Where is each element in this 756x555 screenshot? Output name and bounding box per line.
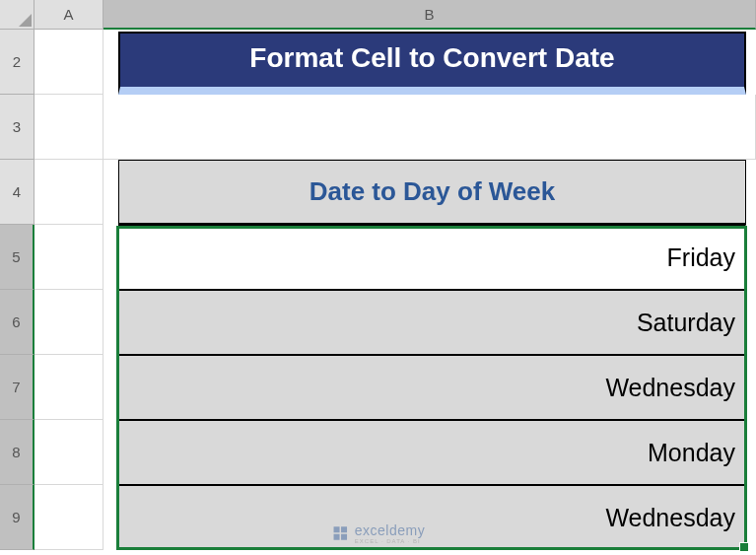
select-all-corner[interactable] (0, 0, 34, 30)
row-header-8[interactable]: 8 (0, 420, 34, 485)
cell-a6[interactable] (34, 290, 103, 355)
row-header-7[interactable]: 7 (0, 355, 34, 420)
cell-a4[interactable] (34, 160, 103, 225)
row-header-3[interactable]: 3 (0, 95, 34, 160)
row-header-4[interactable]: 4 (0, 160, 34, 225)
row-header-9[interactable]: 9 (0, 485, 34, 550)
cell-b7[interactable]: Wednesday (118, 355, 746, 420)
row-header-6[interactable]: 6 (0, 290, 34, 355)
watermark-tag: EXCEL · DATA · BI (355, 538, 425, 544)
cell-a9[interactable] (34, 485, 103, 550)
cell-a2[interactable] (34, 30, 103, 95)
row-header-2[interactable]: 2 (0, 30, 34, 95)
cell-a8[interactable] (34, 420, 103, 485)
column-header-a[interactable]: A (34, 0, 103, 30)
cell-b9[interactable]: Wednesday (118, 485, 746, 550)
row-header-5[interactable]: 5 (0, 225, 34, 290)
cell-a3[interactable] (34, 95, 103, 160)
watermark-name: exceldemy (355, 522, 425, 538)
spreadsheet-grid: A B 2 Format Cell to Convert Date 3 4 Da… (0, 0, 756, 555)
cell-b5[interactable]: Friday (118, 225, 746, 290)
title-cell[interactable]: Format Cell to Convert Date (118, 32, 746, 95)
cell-a5[interactable] (34, 225, 103, 290)
cell-b8[interactable]: Monday (118, 420, 746, 485)
cell-b3[interactable] (103, 95, 756, 160)
cell-a7[interactable] (34, 355, 103, 420)
logo-icon (331, 524, 349, 542)
column-header-b[interactable]: B (103, 0, 756, 30)
cell-b6[interactable]: Saturday (118, 290, 746, 355)
table-header[interactable]: Date to Day of Week (118, 160, 746, 225)
watermark: exceldemy EXCEL · DATA · BI (331, 522, 425, 544)
